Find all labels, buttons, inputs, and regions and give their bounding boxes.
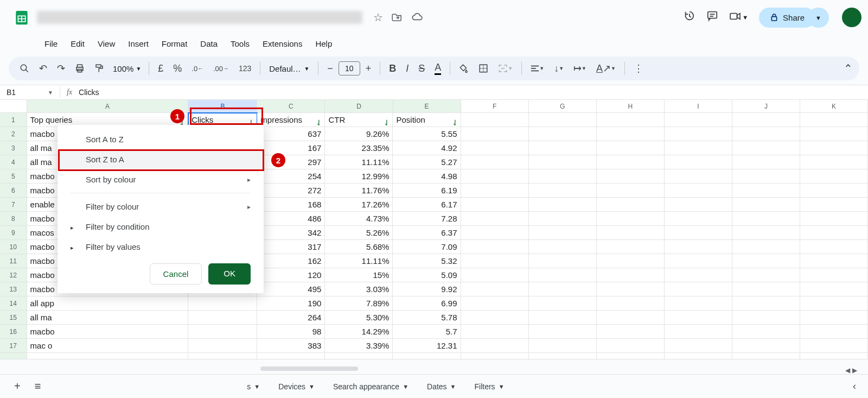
cell[interactable] — [800, 169, 868, 184]
row-header[interactable]: 4 — [0, 155, 27, 169]
cell[interactable]: 4.73% — [325, 212, 393, 226]
row-header[interactable]: 17 — [0, 339, 27, 353]
cell[interactable] — [529, 226, 597, 240]
row-header[interactable]: 13 — [0, 282, 27, 296]
cell[interactable] — [597, 296, 665, 311]
cell[interactable] — [800, 113, 868, 127]
share-button[interactable]: Share — [759, 8, 815, 28]
cell[interactable]: 5.27 — [393, 155, 461, 169]
all-sheets-icon[interactable]: ≡ — [29, 376, 47, 397]
tab-dropdown-icon[interactable]: ▼ — [403, 383, 409, 390]
cell[interactable] — [597, 339, 665, 353]
cell[interactable] — [461, 325, 529, 339]
row-header[interactable]: 3 — [0, 141, 27, 155]
cell[interactable] — [461, 296, 529, 311]
cell[interactable] — [732, 127, 800, 141]
cell[interactable] — [665, 113, 732, 127]
cell[interactable]: 11.11% — [325, 155, 393, 169]
strikethrough-icon[interactable]: S — [414, 60, 429, 78]
filter-icon[interactable]: ⇃ — [316, 116, 322, 127]
cell[interactable] — [800, 339, 868, 353]
cell[interactable] — [597, 184, 665, 198]
row-header[interactable]: 10 — [0, 240, 27, 254]
cell[interactable]: 5.68% — [325, 240, 393, 254]
account-avatar[interactable] — [842, 8, 861, 27]
cancel-button[interactable]: Cancel — [150, 263, 202, 285]
collapse-toolbar-icon[interactable]: ⌃ — [844, 62, 853, 75]
cell[interactable]: 4.98 — [393, 169, 461, 184]
cell[interactable] — [665, 282, 732, 296]
cell[interactable] — [461, 198, 529, 212]
row-header[interactable]: 2 — [0, 127, 27, 141]
cell[interactable] — [597, 268, 665, 282]
cell[interactable]: 264 — [257, 311, 325, 325]
col-header-D[interactable]: D — [325, 100, 393, 112]
cell[interactable]: 7.89% — [325, 296, 393, 311]
cell[interactable] — [461, 212, 529, 226]
cell[interactable] — [800, 127, 868, 141]
cell[interactable]: 7.28 — [393, 212, 461, 226]
cell[interactable] — [597, 141, 665, 155]
menu-view[interactable]: View — [92, 37, 120, 50]
cell[interactable] — [597, 282, 665, 296]
cell[interactable] — [529, 184, 597, 198]
cell[interactable] — [800, 184, 868, 198]
col-header-C[interactable]: C — [257, 100, 325, 112]
cell[interactable] — [800, 141, 868, 155]
cell[interactable]: 6.99 — [393, 296, 461, 311]
cell[interactable]: 272 — [257, 184, 325, 198]
cell[interactable] — [529, 198, 597, 212]
cell[interactable]: 98 — [257, 325, 325, 339]
cell[interactable] — [597, 226, 665, 240]
halign-icon[interactable]: ▼ — [526, 61, 548, 75]
merge-icon[interactable]: ▼ — [494, 60, 517, 77]
cell[interactable] — [188, 353, 257, 359]
cell[interactable] — [529, 325, 597, 339]
menu-data[interactable]: Data — [195, 37, 223, 50]
cell[interactable] — [529, 339, 597, 353]
cell[interactable] — [732, 254, 800, 268]
cell[interactable] — [665, 325, 732, 339]
cell[interactable] — [800, 282, 868, 296]
cell[interactable] — [800, 240, 868, 254]
cell[interactable] — [461, 127, 529, 141]
cell[interactable] — [732, 113, 800, 127]
cell[interactable]: 7.09 — [393, 240, 461, 254]
row-header[interactable]: 7 — [0, 198, 27, 212]
cell[interactable] — [529, 212, 597, 226]
row-header[interactable]: 1 — [0, 113, 27, 127]
cell[interactable]: 5.78 — [393, 311, 461, 325]
cell[interactable] — [461, 113, 529, 127]
cell[interactable] — [461, 282, 529, 296]
decrease-decimal-icon[interactable]: .0← — [187, 61, 208, 76]
cell[interactable] — [393, 353, 461, 359]
cell[interactable] — [732, 339, 800, 353]
cell[interactable]: 11.76% — [325, 184, 393, 198]
percent-icon[interactable]: % — [169, 60, 186, 78]
cell[interactable] — [461, 240, 529, 254]
cell[interactable]: 4.92 — [393, 141, 461, 155]
cell[interactable] — [665, 339, 732, 353]
tab-dropdown-icon[interactable]: ▼ — [254, 383, 260, 390]
meet-dropdown-icon[interactable]: ▼ — [742, 14, 748, 21]
col-header-K[interactable]: K — [800, 100, 868, 112]
cell[interactable]: mac o — [27, 339, 189, 353]
cell[interactable] — [732, 353, 800, 359]
cell[interactable] — [732, 155, 800, 169]
cell[interactable] — [732, 184, 800, 198]
cell[interactable] — [529, 169, 597, 184]
share-dropdown[interactable]: ▼ — [808, 8, 829, 28]
row-header[interactable]: 8 — [0, 212, 27, 226]
cell[interactable]: 11.11% — [325, 254, 393, 268]
name-box[interactable]: B1 ▼ — [0, 88, 60, 97]
cell[interactable] — [800, 212, 868, 226]
cell[interactable] — [597, 198, 665, 212]
cell[interactable] — [665, 268, 732, 282]
cell[interactable] — [665, 184, 732, 198]
redo-icon[interactable]: ↷ — [53, 59, 69, 78]
menu-tools[interactable]: Tools — [225, 37, 255, 50]
menu-extensions[interactable]: Extensions — [257, 37, 308, 50]
add-sheet-icon[interactable]: + — [9, 376, 26, 397]
font-select[interactable]: Defaul… ▼ — [265, 64, 314, 73]
cell[interactable]: 5.30% — [325, 311, 393, 325]
